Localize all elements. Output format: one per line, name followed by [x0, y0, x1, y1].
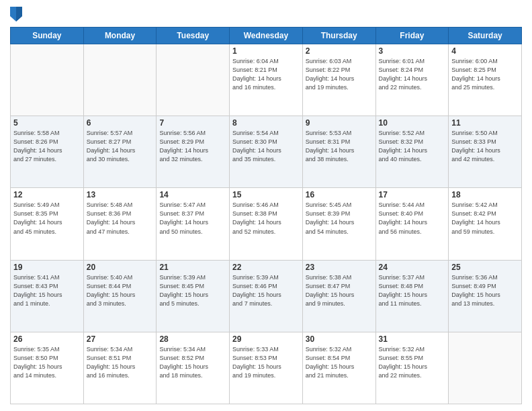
- weekday-header-row: SundayMondayTuesdayWednesdayThursdayFrid…: [11, 28, 522, 44]
- day-info: Sunrise: 6:01 AMSunset: 8:24 PMDaylight:…: [379, 57, 446, 92]
- day-info: Sunrise: 5:47 AMSunset: 8:37 PMDaylight:…: [159, 201, 226, 236]
- day-number: 24: [379, 263, 446, 272]
- day-info: Sunrise: 5:58 AMSunset: 8:26 PMDaylight:…: [13, 129, 81, 164]
- day-number: 7: [159, 118, 226, 128]
- day-number: 21: [159, 263, 226, 272]
- day-number: 1: [232, 46, 300, 56]
- weekday-header-thursday: Thursday: [302, 28, 375, 44]
- calendar-cell: 24Sunrise: 5:37 AMSunset: 8:48 PMDayligh…: [375, 260, 449, 332]
- calendar-cell: 17Sunrise: 5:44 AMSunset: 8:40 PMDayligh…: [375, 188, 449, 260]
- day-info: Sunrise: 5:39 AMSunset: 8:46 PMDaylight:…: [232, 273, 300, 308]
- day-info: Sunrise: 5:48 AMSunset: 8:36 PMDaylight:…: [87, 201, 154, 236]
- calendar-cell: 7Sunrise: 5:56 AMSunset: 8:29 PMDaylight…: [157, 116, 230, 188]
- day-info: Sunrise: 5:45 AMSunset: 8:39 PMDaylight:…: [306, 201, 373, 236]
- logo: [10, 7, 24, 21]
- day-info: Sunrise: 5:52 AMSunset: 8:32 PMDaylight:…: [379, 129, 446, 164]
- calendar-cell: 23Sunrise: 5:38 AMSunset: 8:47 PMDayligh…: [302, 260, 375, 332]
- calendar-cell: 28Sunrise: 5:34 AMSunset: 8:52 PMDayligh…: [157, 332, 230, 404]
- calendar-cell: 21Sunrise: 5:39 AMSunset: 8:45 PMDayligh…: [157, 260, 230, 332]
- day-number: 13: [87, 190, 154, 199]
- calendar-cell: 16Sunrise: 5:45 AMSunset: 8:39 PMDayligh…: [302, 188, 375, 260]
- calendar-cell: 27Sunrise: 5:34 AMSunset: 8:51 PMDayligh…: [83, 332, 157, 404]
- day-info: Sunrise: 5:49 AMSunset: 8:35 PMDaylight:…: [13, 201, 81, 236]
- day-info: Sunrise: 5:41 AMSunset: 8:43 PMDaylight:…: [13, 273, 81, 308]
- day-info: Sunrise: 5:39 AMSunset: 8:45 PMDaylight:…: [159, 273, 226, 308]
- calendar-week-row: 5Sunrise: 5:58 AMSunset: 8:26 PMDaylight…: [11, 116, 522, 188]
- calendar-cell: 20Sunrise: 5:40 AMSunset: 8:44 PMDayligh…: [83, 260, 157, 332]
- day-info: Sunrise: 5:32 AMSunset: 8:54 PMDaylight:…: [306, 345, 373, 380]
- day-number: 11: [451, 118, 519, 128]
- calendar-cell: 1Sunrise: 6:04 AMSunset: 8:21 PMDaylight…: [230, 44, 303, 116]
- day-info: Sunrise: 5:54 AMSunset: 8:30 PMDaylight:…: [232, 129, 300, 164]
- day-number: 31: [379, 334, 446, 344]
- day-number: 6: [87, 118, 154, 128]
- calendar-cell: 9Sunrise: 5:53 AMSunset: 8:31 PMDaylight…: [302, 116, 375, 188]
- weekday-header-monday: Monday: [83, 28, 157, 44]
- day-info: Sunrise: 5:57 AMSunset: 8:27 PMDaylight:…: [87, 129, 154, 164]
- day-number: 8: [232, 118, 300, 128]
- weekday-header-wednesday: Wednesday: [230, 28, 303, 44]
- day-number: 4: [451, 46, 519, 56]
- svg-marker-1: [16, 7, 22, 21]
- day-number: 9: [306, 118, 373, 128]
- calendar-cell: 10Sunrise: 5:52 AMSunset: 8:32 PMDayligh…: [375, 116, 449, 188]
- weekday-header-friday: Friday: [375, 28, 449, 44]
- page: SundayMondayTuesdayWednesdayThursdayFrid…: [0, 0, 532, 411]
- calendar-week-row: 26Sunrise: 5:35 AMSunset: 8:50 PMDayligh…: [11, 332, 522, 404]
- calendar-week-row: 19Sunrise: 5:41 AMSunset: 8:43 PMDayligh…: [11, 260, 522, 332]
- day-info: Sunrise: 5:40 AMSunset: 8:44 PMDaylight:…: [87, 273, 154, 308]
- calendar-cell: 8Sunrise: 5:54 AMSunset: 8:30 PMDaylight…: [230, 116, 303, 188]
- calendar-cell: 2Sunrise: 6:03 AMSunset: 8:22 PMDaylight…: [302, 44, 375, 116]
- weekday-header-sunday: Sunday: [11, 28, 84, 44]
- calendar-cell: 29Sunrise: 5:33 AMSunset: 8:53 PMDayligh…: [230, 332, 303, 404]
- day-info: Sunrise: 5:56 AMSunset: 8:29 PMDaylight:…: [159, 129, 226, 164]
- calendar-cell: 22Sunrise: 5:39 AMSunset: 8:46 PMDayligh…: [230, 260, 303, 332]
- day-info: Sunrise: 5:34 AMSunset: 8:51 PMDaylight:…: [87, 345, 154, 380]
- day-info: Sunrise: 5:53 AMSunset: 8:31 PMDaylight:…: [306, 129, 373, 164]
- day-number: 30: [306, 334, 373, 344]
- calendar-cell: 11Sunrise: 5:50 AMSunset: 8:33 PMDayligh…: [449, 116, 522, 188]
- calendar-cell: 31Sunrise: 5:32 AMSunset: 8:55 PMDayligh…: [375, 332, 449, 404]
- calendar-cell: 18Sunrise: 5:42 AMSunset: 8:42 PMDayligh…: [449, 188, 522, 260]
- weekday-header-tuesday: Tuesday: [157, 28, 230, 44]
- day-number: 25: [451, 263, 519, 272]
- calendar-cell: 12Sunrise: 5:49 AMSunset: 8:35 PMDayligh…: [11, 188, 84, 260]
- calendar-cell: [449, 332, 522, 404]
- day-number: 28: [159, 334, 226, 344]
- day-number: 5: [13, 118, 81, 128]
- day-info: Sunrise: 6:03 AMSunset: 8:22 PMDaylight:…: [306, 57, 373, 92]
- weekday-header-saturday: Saturday: [449, 28, 522, 44]
- day-number: 3: [379, 46, 446, 56]
- day-number: 16: [306, 190, 373, 199]
- calendar-cell: 13Sunrise: 5:48 AMSunset: 8:36 PMDayligh…: [83, 188, 157, 260]
- calendar-cell: 4Sunrise: 6:00 AMSunset: 8:25 PMDaylight…: [449, 44, 522, 116]
- day-number: 29: [232, 334, 300, 344]
- day-number: 12: [13, 190, 81, 199]
- day-info: Sunrise: 6:00 AMSunset: 8:25 PMDaylight:…: [451, 57, 519, 92]
- day-number: 20: [87, 263, 154, 272]
- calendar-cell: 30Sunrise: 5:32 AMSunset: 8:54 PMDayligh…: [302, 332, 375, 404]
- calendar-cell: 25Sunrise: 5:36 AMSunset: 8:49 PMDayligh…: [449, 260, 522, 332]
- logo-icon: [10, 7, 22, 21]
- calendar-cell: 15Sunrise: 5:46 AMSunset: 8:38 PMDayligh…: [230, 188, 303, 260]
- day-info: Sunrise: 5:37 AMSunset: 8:48 PMDaylight:…: [379, 273, 446, 308]
- day-info: Sunrise: 5:44 AMSunset: 8:40 PMDaylight:…: [379, 201, 446, 236]
- header: [10, 7, 522, 21]
- calendar-cell: [11, 44, 84, 116]
- day-info: Sunrise: 5:35 AMSunset: 8:50 PMDaylight:…: [13, 345, 81, 380]
- day-info: Sunrise: 5:36 AMSunset: 8:49 PMDaylight:…: [451, 273, 519, 308]
- day-info: Sunrise: 5:46 AMSunset: 8:38 PMDaylight:…: [232, 201, 300, 236]
- calendar-cell: 3Sunrise: 6:01 AMSunset: 8:24 PMDaylight…: [375, 44, 449, 116]
- day-info: Sunrise: 5:33 AMSunset: 8:53 PMDaylight:…: [232, 345, 300, 380]
- calendar-week-row: 1Sunrise: 6:04 AMSunset: 8:21 PMDaylight…: [11, 44, 522, 116]
- day-info: Sunrise: 5:42 AMSunset: 8:42 PMDaylight:…: [451, 201, 519, 236]
- day-info: Sunrise: 5:34 AMSunset: 8:52 PMDaylight:…: [159, 345, 226, 380]
- calendar-cell: 19Sunrise: 5:41 AMSunset: 8:43 PMDayligh…: [11, 260, 84, 332]
- calendar-cell: [157, 44, 230, 116]
- day-info: Sunrise: 5:38 AMSunset: 8:47 PMDaylight:…: [306, 273, 373, 308]
- day-number: 27: [87, 334, 154, 344]
- day-number: 14: [159, 190, 226, 199]
- day-number: 2: [306, 46, 373, 56]
- day-number: 22: [232, 263, 300, 272]
- calendar-cell: 6Sunrise: 5:57 AMSunset: 8:27 PMDaylight…: [83, 116, 157, 188]
